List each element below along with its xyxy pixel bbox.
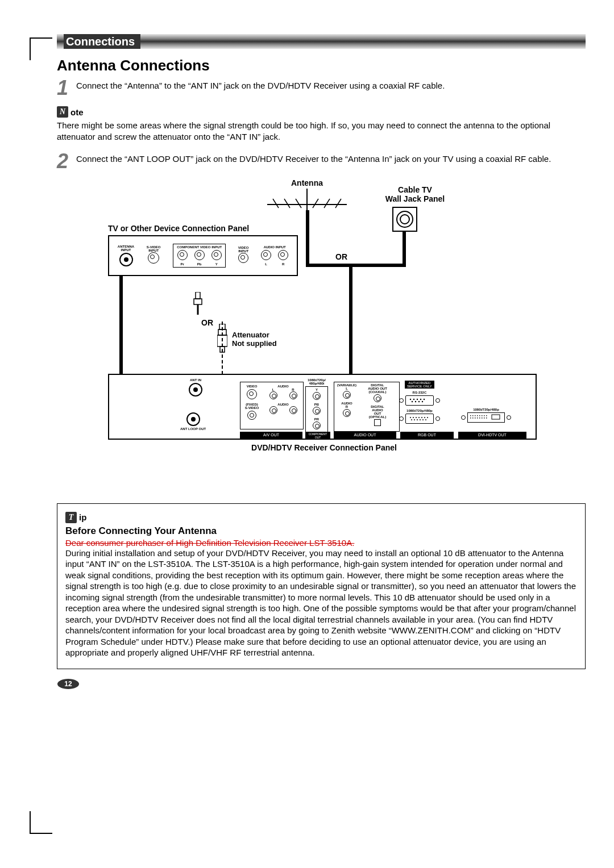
svg-rect-38 [472,415,474,416]
svg-rect-53 [492,415,500,419]
svg-point-20 [412,400,413,402]
rcv-audio-r [289,391,297,399]
svg-rect-8 [196,292,200,299]
ant-in-jack [189,383,202,397]
tv-antenna-input-jack [119,253,133,266]
svg-point-35 [422,419,424,420]
svg-point-23 [422,400,423,402]
svg-line-4 [296,199,301,208]
component-pb-jack [194,250,205,260]
note-icon: N [57,106,68,118]
svg-point-26 [416,417,417,418]
svg-point-34 [420,419,421,420]
variable: (VARIABLE) [335,383,358,387]
svg-point-17 [417,398,418,399]
svg-rect-12 [218,329,226,335]
svg-point-27 [418,417,420,418]
component-y-jack [211,250,222,260]
step-number: 1 [57,78,72,98]
crop-mark [30,811,31,834]
cable-antenna [306,210,309,267]
component-pr-jack [177,250,188,260]
l: L [335,387,358,390]
svg-rect-14 [220,347,225,352]
crop-mark [30,37,31,60]
svg-rect-42 [482,415,483,416]
cable-walljack [403,231,406,267]
dig-coax: DIGITAL AUDIO OUT (COAXIAL) [360,383,395,394]
svg-point-30 [427,417,428,418]
r-label: R [278,262,288,266]
page-title: Antenna Connections [57,57,586,74]
coax-jack [374,394,381,402]
dvi-port [467,412,505,423]
wall-jack-icon [392,207,417,232]
strip-dvi: DVI-HDTV OUT [458,432,526,439]
pb-label: Pb [194,262,205,266]
res-label: 1080i/720p/ 480p/480i [305,378,328,385]
ant-loop-out-label: ANT LOOP OUT [180,427,206,431]
note-text: There might be some areas where the sign… [57,120,586,143]
svg-point-31 [411,419,412,420]
svg-point-21 [415,400,416,402]
svg-rect-43 [484,415,485,416]
step-2: 2 Connect the “ANT LOOP OUT” jack on the… [57,151,586,172]
svg-point-18 [420,398,421,399]
antenna-label: Antenna [284,178,330,187]
y-jack [313,392,321,400]
audio-l-jack [261,250,271,260]
svg-point-22 [418,400,420,402]
y-label: Y [211,262,222,266]
optical-jack [374,419,381,426]
svg-rect-45 [470,418,471,419]
l: L [269,388,277,391]
l-label: L [261,262,271,266]
svg-line-3 [284,199,290,208]
cable-antenna [306,264,352,267]
svg-rect-48 [477,418,478,419]
rcv-svideo-label: S-VIDEO [240,406,263,410]
svg-point-36 [425,419,426,420]
rs232-port [405,395,434,406]
svg-point-33 [417,419,418,420]
var-l [343,391,351,399]
video-jack [238,253,248,263]
ant-loop-out-jack [186,412,200,426]
connection-diagram: Antenna Cable TV Wall Jack Panel TV or O… [57,178,586,496]
svg-point-28 [421,417,422,418]
attenuator-label: Attenuator Not supplied [232,331,294,348]
tv-panel-label: TV or Other Device Connection Panel [108,224,267,233]
svg-line-2 [273,199,279,208]
svg-rect-41 [479,415,480,416]
audio-input-label: AUDIO INPUT [261,245,288,249]
svg-line-5 [313,199,318,208]
svg-rect-13 [217,335,227,347]
attenuator-icon [217,324,227,354]
svg-point-19 [424,398,425,399]
step-1: 1 Connect the “Antenna” to the “ANT IN” … [57,78,586,98]
svg-rect-46 [472,418,474,419]
section-header-label: Connections [64,34,140,49]
tip-body: During initial installation and setup of… [65,548,577,658]
rs232-label: RS-232C [405,391,434,394]
var-r [343,409,351,417]
step-number: 2 [57,151,72,172]
f-connector-icon [192,292,204,315]
y: Y [307,388,326,391]
wall-jack-label: Cable TV Wall Jack Panel [375,185,455,203]
dig-opt: DIGITAL AUDIO OUT (OPTICAL) [360,405,395,419]
svg-rect-51 [484,418,485,419]
note-callout: N ote [57,106,586,118]
audio-r-jack [278,250,288,260]
res2: 1080i/720p/480p [405,409,434,412]
svg-rect-47 [475,418,476,419]
strip-rgb: RGB OUT [400,432,454,439]
step-text: Connect the “ANT LOOP OUT” jack on the D… [76,151,551,172]
svg-line-6 [324,199,330,208]
svg-point-24 [410,417,411,418]
cable-walljack [349,264,406,267]
svg-rect-40 [477,415,478,416]
r: R [289,388,297,391]
step-text: Connect the “Antenna” to the “ANT IN” ja… [76,78,445,98]
cable-antenna [349,264,352,377]
